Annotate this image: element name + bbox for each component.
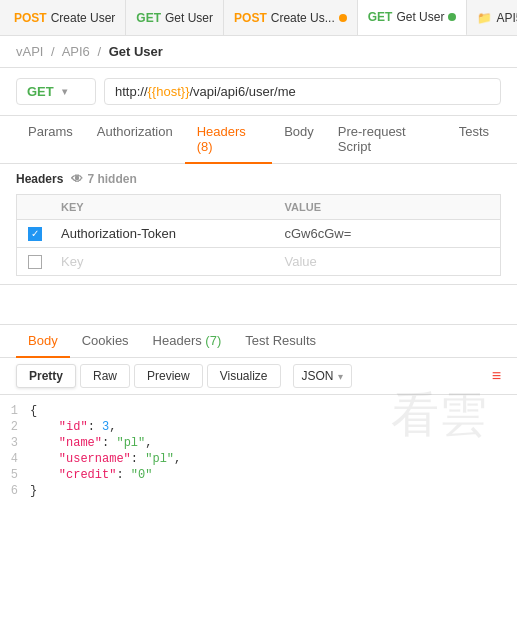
method-label: GET [27, 84, 54, 99]
folder-tab-api5[interactable]: 📁 API5 [467, 0, 517, 36]
line-content-5: "credit": "0" [30, 468, 517, 482]
resp-tab-body-label: Body [28, 333, 58, 348]
tab-bar: POST Create User GET Get User POST Creat… [0, 0, 517, 36]
url-display[interactable]: http://{{host}}/vapi/api6/user/me [104, 78, 501, 105]
breadcrumb-get-user: Get User [109, 44, 163, 59]
code-block: 1 { 2 "id": 3, 3 "name": "pl", 4 "userna… [0, 395, 517, 507]
breadcrumb-sep-1: / [51, 44, 55, 59]
url-bar: GET ▾ http://{{host}}/vapi/api6/user/me [0, 68, 517, 116]
format-bar: Pretty Raw Preview Visualize JSON ▾ ≡ [0, 358, 517, 395]
table-header-row: KEY VALUE [17, 195, 500, 220]
tab-params-label: Params [28, 124, 73, 139]
line-content-1: { [30, 404, 517, 418]
hidden-badge: 👁 7 hidden [71, 172, 136, 186]
tab-label-1: Create User [51, 11, 116, 25]
code-line-3: 3 "name": "pl", [0, 435, 517, 451]
eye-icon: 👁 [71, 172, 83, 186]
tab-tests-label: Tests [459, 124, 489, 139]
json-val-name: "pl" [116, 436, 145, 450]
method-arrow: ▾ [62, 86, 67, 97]
tab-prerequest-label: Pre-request Script [338, 124, 406, 154]
fmt-btn-preview[interactable]: Preview [134, 364, 203, 388]
tab-label-4: Get User [396, 10, 444, 24]
resp-tab-test-label: Test Results [245, 333, 316, 348]
folder-label: API5 [496, 11, 517, 25]
tab-method-post2: POST [234, 11, 267, 25]
resp-tab-headers[interactable]: Headers (7) [141, 325, 234, 358]
headers-section: Headers 👁 7 hidden KEY VALUE ✓ Authoriza… [0, 164, 517, 285]
checkbox-1-container: ✓ [17, 221, 53, 247]
line-content-4: "username": "pl", [30, 452, 517, 466]
col-value-header: VALUE [277, 195, 501, 219]
json-val-credit: "0" [131, 468, 153, 482]
checkbox-2[interactable] [28, 255, 42, 269]
tab-get-user-1[interactable]: GET Get User [126, 0, 224, 36]
breadcrumb-api6[interactable]: API6 [62, 44, 90, 59]
breadcrumb-vapi[interactable]: vAPI [16, 44, 43, 59]
json-key-name: "name" [59, 436, 102, 450]
resp-tab-cookies-label: Cookies [82, 333, 129, 348]
line-content-6: } [30, 484, 517, 498]
format-select[interactable]: JSON ▾ [293, 364, 352, 388]
line-content-3: "name": "pl", [30, 436, 517, 450]
tab-headers[interactable]: Headers (8) [185, 116, 272, 164]
line-num-3: 3 [0, 436, 30, 450]
response-tabs: Body Cookies Headers (7) Test Results [0, 325, 517, 358]
line-num-2: 2 [0, 420, 30, 434]
json-key-id: "id" [59, 420, 88, 434]
tab-post-create-user[interactable]: POST Create User [4, 0, 126, 36]
key-cell-1[interactable]: Authorization-Token [53, 220, 277, 247]
url-prefix: http:// [115, 84, 148, 99]
resp-tab-test-results[interactable]: Test Results [233, 325, 328, 358]
headers-label: Headers 👁 7 hidden [16, 172, 501, 186]
code-line-2: 2 "id": 3, [0, 419, 517, 435]
col-check-header [17, 195, 53, 219]
method-select[interactable]: GET ▾ [16, 78, 96, 105]
line-num-4: 4 [0, 452, 30, 466]
code-line-4: 4 "username": "pl", [0, 451, 517, 467]
tab-label-3: Create Us... [271, 11, 335, 25]
line-num-1: 1 [0, 404, 30, 418]
tab-method-get2: GET [368, 10, 393, 24]
tab-method-get1: GET [136, 11, 161, 25]
tab-prerequest[interactable]: Pre-request Script [326, 116, 447, 164]
format-select-arrow: ▾ [338, 371, 343, 382]
filter-icon[interactable]: ≡ [492, 367, 501, 385]
dot-orange-1 [339, 14, 347, 22]
spacer [0, 285, 517, 325]
tab-body-label: Body [284, 124, 314, 139]
line-num-5: 5 [0, 468, 30, 482]
headers-title: Headers [16, 172, 63, 186]
value-cell-2[interactable]: Value [277, 248, 501, 275]
code-line-1: 1 { [0, 403, 517, 419]
fmt-btn-visualize[interactable]: Visualize [207, 364, 281, 388]
tab-body[interactable]: Body [272, 116, 326, 164]
key-cell-2[interactable]: Key [53, 248, 277, 275]
request-tabs: Params Authorization Headers (8) Body Pr… [0, 116, 517, 164]
resp-tab-cookies[interactable]: Cookies [70, 325, 141, 358]
tab-params[interactable]: Params [16, 116, 85, 164]
tab-authorization[interactable]: Authorization [85, 116, 185, 164]
json-val-username: "pl" [145, 452, 174, 466]
tab-label-2: Get User [165, 11, 213, 25]
json-key-username: "username" [59, 452, 131, 466]
tab-tests[interactable]: Tests [447, 116, 501, 164]
table-row-1: ✓ Authorization-Token cGw6cGw= [17, 220, 500, 248]
url-host: {{host}} [148, 84, 190, 99]
checkbox-2-container [17, 249, 53, 275]
tab-get-user-2[interactable]: GET Get User [358, 0, 468, 36]
hidden-count: 7 hidden [87, 172, 136, 186]
folder-icon: 📁 [477, 11, 492, 25]
checkbox-1[interactable]: ✓ [28, 227, 42, 241]
breadcrumb-sep-2: / [97, 44, 101, 59]
resp-tab-body[interactable]: Body [16, 325, 70, 358]
json-key-credit: "credit" [59, 468, 117, 482]
tab-post-create-user-2[interactable]: POST Create Us... [224, 0, 358, 36]
headers-table: KEY VALUE ✓ Authorization-Token cGw6cGw=… [16, 194, 501, 276]
fmt-btn-pretty[interactable]: Pretty [16, 364, 76, 388]
fmt-btn-raw[interactable]: Raw [80, 364, 130, 388]
code-line-5: 5 "credit": "0" [0, 467, 517, 483]
tab-method-post1: POST [14, 11, 47, 25]
value-cell-1[interactable]: cGw6cGw= [277, 220, 501, 247]
tab-headers-label: Headers (8) [197, 124, 246, 154]
